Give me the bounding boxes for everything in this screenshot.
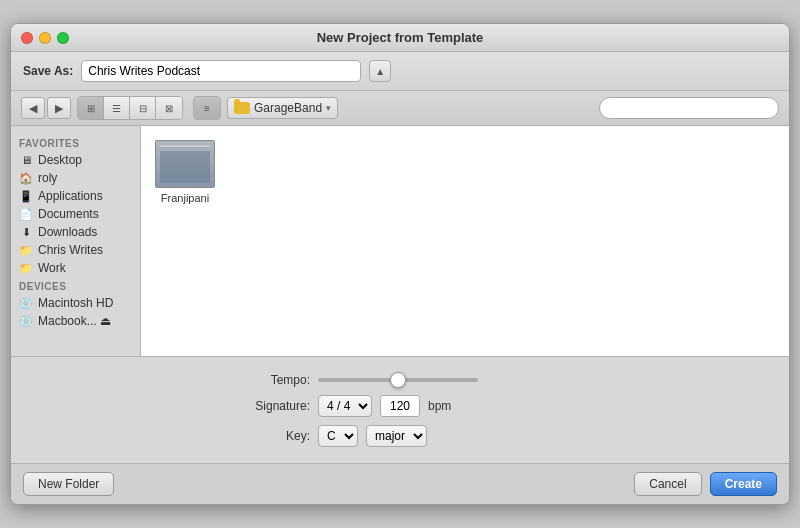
minimize-button[interactable] [39, 32, 51, 44]
chriswrites-folder-icon: 📁 [19, 243, 33, 257]
home-icon: 🏠 [19, 171, 33, 185]
sidebar-item-label: Downloads [38, 225, 97, 239]
view-cover-button[interactable]: ⊠ [156, 97, 182, 119]
new-folder-button[interactable]: New Folder [23, 472, 114, 496]
file-thumbnail [155, 140, 215, 188]
nav-row: ◀ ▶ ⊞ ☰ ⊟ ⊠ ≡ GarageBand ▾ [11, 91, 789, 126]
file-label: Franjipani [161, 192, 209, 204]
docs-icon: 📄 [19, 207, 33, 221]
sidebar-item-applications[interactable]: 📱 Applications [11, 187, 140, 205]
create-button[interactable]: Create [710, 472, 777, 496]
sidebar-item-documents[interactable]: 📄 Documents [11, 205, 140, 223]
bpm-label: bpm [428, 399, 451, 413]
sidebar-item-macintoshhd[interactable]: 💿 Macintosh HD [11, 294, 140, 312]
sidebar-item-label: Chris Writes [38, 243, 103, 257]
sidebar-item-macbook[interactable]: 💿 Macbook... ⏏ [11, 312, 140, 330]
view-extra-button[interactable]: ≡ [194, 97, 220, 119]
devices-label: DEVICES [11, 277, 140, 294]
footer: New Folder Cancel Create [11, 463, 789, 504]
list-item[interactable]: Franjipani [151, 136, 219, 208]
window-title: New Project from Template [317, 30, 484, 45]
sidebar-item-work[interactable]: 📁 Work [11, 259, 140, 277]
cancel-button[interactable]: Cancel [634, 472, 701, 496]
footer-right-buttons: Cancel Create [634, 472, 777, 496]
sidebar: FAVORITES 🖥 Desktop 🏠 roly 📱 Application… [11, 126, 141, 356]
view-list-button[interactable]: ☰ [104, 97, 130, 119]
content-area: FAVORITES 🖥 Desktop 🏠 roly 📱 Application… [11, 126, 789, 356]
back-button[interactable]: ◀ [21, 97, 45, 119]
back-forward-group: ◀ ▶ [21, 97, 71, 119]
sidebar-item-label: Work [38, 261, 66, 275]
view-extra-button-group: ≡ [193, 96, 221, 120]
close-button[interactable] [21, 32, 33, 44]
settings-grid: Tempo: Signature: 4 / 4 3 / 4 6 / 8 bpm … [240, 373, 560, 447]
macbook-icon: 💿 [19, 314, 33, 328]
bpm-input[interactable] [380, 395, 420, 417]
expand-icon: ▲ [375, 66, 385, 77]
back-icon: ◀ [29, 102, 37, 115]
signature-label: Signature: [240, 399, 310, 413]
sidebar-item-label: Documents [38, 207, 99, 221]
signature-select[interactable]: 4 / 4 3 / 4 6 / 8 [318, 395, 372, 417]
folder-selector[interactable]: GarageBand ▾ [227, 97, 338, 119]
tempo-slider[interactable] [318, 378, 478, 382]
folder-name: GarageBand [254, 101, 322, 115]
downloads-icon: ⬇ [19, 225, 33, 239]
save-as-input[interactable] [81, 60, 361, 82]
maximize-button[interactable] [57, 32, 69, 44]
tempo-slider-container [318, 378, 560, 382]
work-folder-icon: 📁 [19, 261, 33, 275]
sidebar-item-downloads[interactable]: ⬇ Downloads [11, 223, 140, 241]
folder-dropdown-arrow: ▾ [326, 103, 331, 113]
sidebar-item-label: Macbook... ⏏ [38, 314, 111, 328]
sidebar-item-label: roly [38, 171, 57, 185]
file-browser: Franjipani [141, 126, 789, 356]
search-input[interactable] [599, 97, 779, 119]
sidebar-item-label: Macintosh HD [38, 296, 113, 310]
desktop-icon: 🖥 [19, 153, 33, 167]
view-column-button[interactable]: ⊟ [130, 97, 156, 119]
tempo-label: Tempo: [240, 373, 310, 387]
sidebar-item-desktop[interactable]: 🖥 Desktop [11, 151, 140, 169]
key-row: Key: C D E F G A B major minor [240, 425, 560, 447]
sidebar-item-roly[interactable]: 🏠 roly [11, 169, 140, 187]
main-window: New Project from Template Save As: ▲ ◀ ▶… [10, 23, 790, 505]
key-label: Key: [240, 429, 310, 443]
traffic-lights [21, 32, 69, 44]
view-buttons: ⊞ ☰ ⊟ ⊠ [77, 96, 183, 120]
view-icon-button[interactable]: ⊞ [78, 97, 104, 119]
apps-icon: 📱 [19, 189, 33, 203]
sidebar-item-label: Applications [38, 189, 103, 203]
mode-select[interactable]: major minor [366, 425, 427, 447]
hd-icon: 💿 [19, 296, 33, 310]
key-select[interactable]: C D E F G A B [318, 425, 358, 447]
settings-panel: Tempo: Signature: 4 / 4 3 / 4 6 / 8 bpm … [11, 356, 789, 463]
sidebar-item-label: Desktop [38, 153, 82, 167]
save-as-row: Save As: ▲ [11, 52, 789, 91]
forward-button[interactable]: ▶ [47, 97, 71, 119]
expand-button[interactable]: ▲ [369, 60, 391, 82]
folder-icon [234, 102, 250, 114]
forward-icon: ▶ [55, 102, 63, 115]
sidebar-item-chriswrites[interactable]: 📁 Chris Writes [11, 241, 140, 259]
save-as-label: Save As: [23, 64, 73, 78]
favorites-label: FAVORITES [11, 134, 140, 151]
signature-row: Signature: 4 / 4 3 / 4 6 / 8 bpm [240, 395, 560, 417]
tempo-row: Tempo: [240, 373, 560, 387]
titlebar: New Project from Template [11, 24, 789, 52]
